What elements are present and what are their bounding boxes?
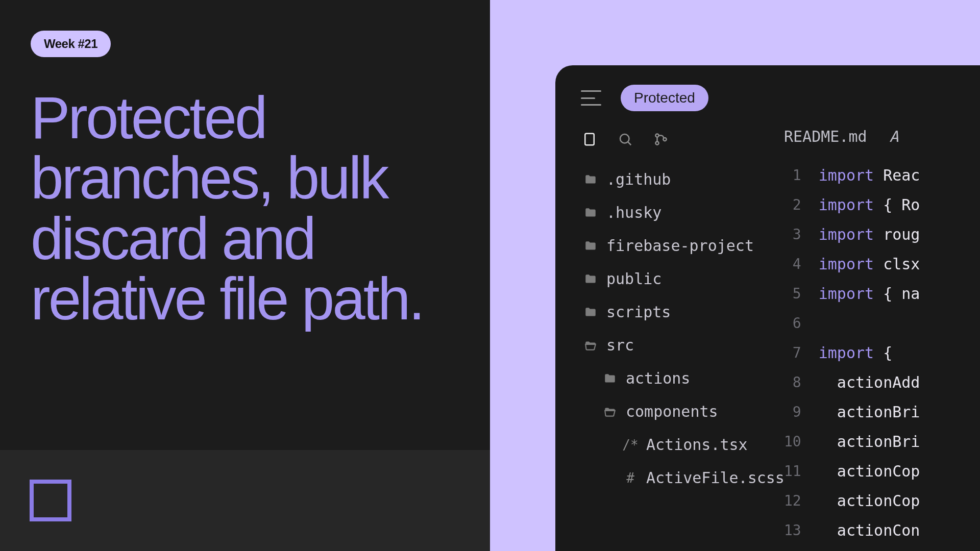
- tree-item[interactable]: scripts: [580, 297, 774, 327]
- tree-item[interactable]: actions: [580, 363, 774, 393]
- file-type-icon: #: [623, 471, 638, 485]
- line-number-gutter: 12345678910111213: [784, 161, 819, 545]
- tree-item-label: public: [606, 270, 662, 288]
- source-control-icon[interactable]: [653, 132, 669, 147]
- editor-tab-row: README.mdA: [784, 122, 980, 161]
- tree-item-label: firebase-project: [606, 237, 754, 255]
- line-number: 5: [784, 279, 801, 309]
- code-line: [819, 309, 920, 338]
- code-pane: README.mdA 12345678910111213 import Reac…: [784, 118, 980, 545]
- line-number: 13: [784, 516, 801, 545]
- line-number: 12: [784, 486, 801, 516]
- file-tree: .github.huskyfirebase-projectpublicscrip…: [580, 164, 774, 493]
- code-lines[interactable]: import Reacimport { Roimport rougimport …: [819, 161, 920, 545]
- folder-icon: [583, 306, 598, 319]
- line-number: 8: [784, 368, 801, 397]
- tree-item[interactable]: components: [580, 396, 774, 427]
- editor-topbar: Protected: [555, 65, 980, 118]
- code-line: actionCop: [819, 457, 920, 486]
- tree-item[interactable]: .husky: [580, 197, 774, 228]
- line-number: 4: [784, 249, 801, 279]
- line-number: 6: [784, 309, 801, 338]
- hamburger-menu-icon[interactable]: [581, 90, 601, 106]
- editor-window: Protected .github.huskyfirebase-projectp…: [555, 65, 980, 551]
- folder-icon: [602, 372, 618, 385]
- code-line: import { na: [819, 279, 920, 309]
- folder-open-icon: [583, 339, 598, 352]
- editor-tab[interactable]: README.md: [784, 128, 867, 145]
- tree-item-label: .husky: [606, 204, 662, 221]
- code-line: actionBri: [819, 427, 920, 457]
- file-explorer-icon[interactable]: [582, 132, 597, 147]
- tree-item[interactable]: /*Actions.tsx: [580, 430, 774, 460]
- svg-line-2: [628, 142, 631, 145]
- search-icon[interactable]: [618, 132, 633, 147]
- folder-open-icon: [602, 405, 618, 418]
- code-line: import clsx: [819, 249, 920, 279]
- branch-protected-chip[interactable]: Protected: [621, 85, 708, 111]
- line-number: 3: [784, 220, 801, 249]
- editor-tab[interactable]: A: [890, 128, 899, 145]
- file-type-icon: /*: [623, 438, 638, 452]
- tree-item-label: src: [606, 336, 634, 354]
- code-line: actionBri: [819, 397, 920, 427]
- folder-icon: [583, 239, 598, 253]
- svg-point-3: [655, 134, 658, 137]
- footer-strip: [0, 450, 490, 551]
- svg-point-1: [620, 134, 629, 143]
- folder-icon: [583, 206, 598, 219]
- tree-item[interactable]: firebase-project: [580, 231, 774, 261]
- tree-item[interactable]: public: [580, 264, 774, 294]
- editor-sidebar: .github.huskyfirebase-projectpublicscrip…: [555, 118, 784, 545]
- tree-item-label: Actions.tsx: [646, 436, 748, 454]
- tree-item-label: actions: [626, 369, 690, 387]
- code-line: import {: [819, 338, 920, 368]
- code-line: import Reac: [819, 161, 920, 190]
- line-number: 7: [784, 338, 801, 368]
- tree-item-label: scripts: [606, 303, 671, 321]
- tree-item-label: .github: [606, 170, 671, 188]
- folder-icon: [583, 173, 598, 186]
- code-line: import roug: [819, 220, 920, 249]
- svg-point-4: [655, 141, 658, 144]
- sidebar-tool-row: [580, 128, 774, 164]
- tree-item-label: components: [626, 403, 718, 420]
- svg-rect-0: [585, 134, 594, 145]
- tree-item[interactable]: .github: [580, 164, 774, 194]
- line-number: 1: [784, 161, 801, 190]
- tree-item-label: ActiveFile.scss: [646, 469, 785, 487]
- code-line: actionCon: [819, 516, 920, 545]
- week-chip: Week #21: [31, 31, 111, 57]
- brand-square-icon: [30, 480, 71, 521]
- left-hero-panel: Week #21 Protected branches, bulk discar…: [0, 0, 490, 450]
- tree-item[interactable]: #ActiveFile.scss: [580, 463, 774, 493]
- hero-headline: Protected branches, bulk discard and rel…: [31, 88, 459, 329]
- code-line: actionAdd: [819, 368, 920, 397]
- code-line: actionCop: [819, 486, 920, 516]
- folder-icon: [583, 272, 598, 286]
- tree-item[interactable]: src: [580, 330, 774, 360]
- code-line: import { Ro: [819, 190, 920, 220]
- line-number: 10: [784, 427, 801, 457]
- line-number: 9: [784, 397, 801, 427]
- line-number: 11: [784, 457, 801, 486]
- line-number: 2: [784, 190, 801, 220]
- svg-point-5: [663, 138, 666, 141]
